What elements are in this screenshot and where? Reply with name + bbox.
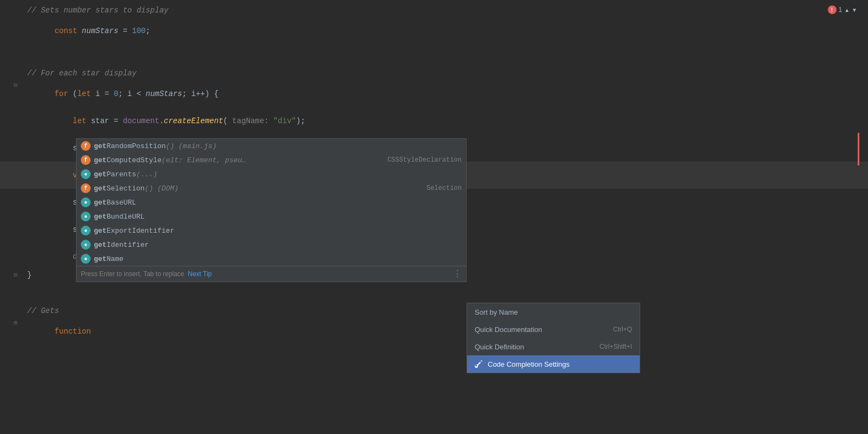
code-content: const numStars = 100; [27,18,868,44]
editor-area: ! 1 ▲ ▼ // Sets number stars to display … [0,0,868,434]
code-completion-settings-label: Code Completion Settings [488,360,570,368]
autocomplete-item-text: getSelection() (DOM) [94,184,422,193]
method-icon: ● [81,254,91,264]
line-number: ⊞ [0,318,27,327]
line-number: ⊟ [0,81,27,89]
context-menu-quick-definition[interactable]: Quick Definition Ctrl+Shift+I [467,338,640,355]
code-content: // For each star display [27,69,868,78]
wrench-icon [475,360,483,368]
autocomplete-dropdown: f getRandomPosition() (main.js) f getCom… [76,138,467,282]
code-content: // Gets [27,307,868,315]
autocomplete-item-getidentifier[interactable]: ● getIdentifier [76,238,466,252]
code-content [27,283,868,291]
line-number: ⊟ [0,271,27,279]
autocomplete-item-text: getIdentifier [94,241,462,249]
quick-definition-label: Quick Definition [475,343,524,351]
quick-documentation-shortcut: Ctrl+Q [613,326,632,333]
code-line: const numStars = 100; [0,17,868,44]
code-content [27,45,868,54]
method-icon: ● [81,197,91,207]
code-line [0,44,868,56]
function-icon: f [81,183,91,193]
footer-hint: Press Enter to insert, Tab to replace Ne… [81,270,212,278]
code-line: // Sets number stars to display [0,5,868,17]
next-tip-link[interactable]: Next Tip [188,270,212,278]
autocomplete-item-text: getComputedStyle(elt: Element, pseu… [94,156,383,164]
context-menu-quick-documentation[interactable]: Quick Documentation Ctrl+Q [467,321,640,338]
autocomplete-item-getbaseurl[interactable]: ● getBaseURL [76,195,466,209]
context-menu-code-completion-settings[interactable]: Code Completion Settings [467,355,640,373]
error-indicator [858,133,859,165]
context-menu: Sort by Name Quick Documentation Ctrl+Q … [467,303,640,373]
code-line: // Gets [0,306,868,318]
context-menu-sort-by-name[interactable]: Sort by Name [467,303,640,321]
method-icon: ● [81,226,91,235]
sort-by-name-label: Sort by Name [475,308,518,316]
code-line: ⊞ function [0,318,868,345]
autocomplete-item-type: Selection [426,184,462,192]
method-icon: ● [81,212,91,221]
autocomplete-item-text: getName [94,255,462,263]
autocomplete-item-getname[interactable]: ● getName [76,252,466,266]
code-content [27,57,868,66]
autocomplete-item-text: getBaseURL [94,199,462,207]
autocomplete-item-type: CSSStyleDeclaration [387,156,462,164]
code-content: let star = document.createElement( tagNa… [27,108,868,134]
autocomplete-item-text: getRandomPosition() (main.js) [94,142,462,150]
function-icon: f [81,141,91,151]
autocomplete-item-text: getParents(...) [94,170,462,178]
code-content: for (let i = 0; i < numStars; i++) { [27,81,868,107]
method-icon: ● [81,240,91,250]
autocomplete-item-getparents[interactable]: ● getParents(...) [76,167,466,181]
autocomplete-item-getexportidentifier[interactable]: ● getExportIdentifier [76,224,466,238]
function-icon: f [81,155,91,165]
autocomplete-item-getcomputedstyle[interactable]: f getComputedStyle(elt: Element, pseu… C… [76,153,466,167]
quick-definition-shortcut: Ctrl+Shift+I [599,343,632,350]
code-line [0,282,868,294]
autocomplete-footer: Press Enter to insert, Tab to replace Ne… [76,266,466,282]
code-line [0,56,868,68]
quick-documentation-label: Quick Documentation [475,326,542,334]
fold-icon[interactable]: ⊟ [14,82,17,88]
code-content: // Sets number stars to display [27,6,868,15]
fold-icon[interactable]: ⊟ [14,272,17,278]
method-icon: ● [81,169,91,179]
code-line: let star = document.createElement( tagNa… [0,107,868,135]
autocomplete-item-text: getBundleURL [94,213,462,221]
code-content: function [27,318,868,344]
fold-icon[interactable]: ⊞ [14,320,17,326]
autocomplete-item-getselection[interactable]: f getSelection() (DOM) Selection [76,181,466,195]
code-content [27,295,868,303]
autocomplete-item-text: getExportIdentifier [94,227,462,235]
code-line: ⊟ for (let i = 0; i < numStars; i++) { [0,80,868,107]
autocomplete-item-getbundleurl[interactable]: ● getBundleURL [76,209,466,224]
more-options-icon[interactable]: ⋮ [453,269,462,279]
code-line [0,294,868,306]
autocomplete-item-getrandomposition[interactable]: f getRandomPosition() (main.js) [76,139,466,153]
code-line: // For each star display [0,68,868,80]
